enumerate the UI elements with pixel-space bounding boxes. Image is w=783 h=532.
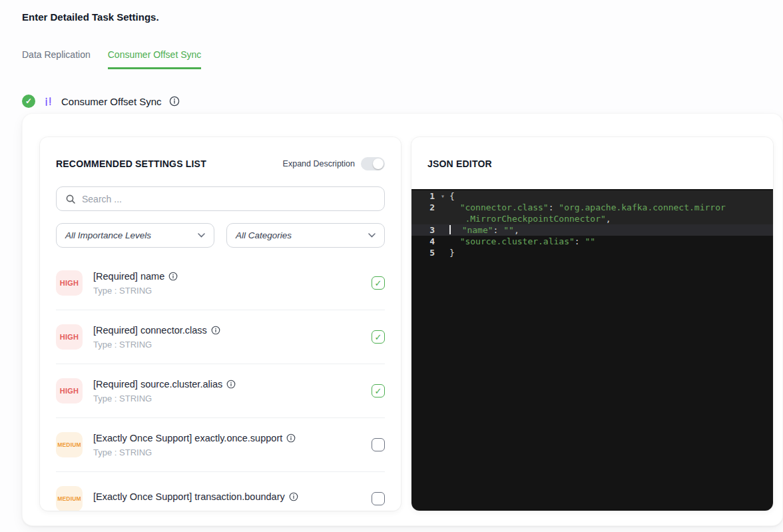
code-line: 2 "connector.class": "org.apache.kafka.c…: [411, 202, 773, 213]
setting-row: HIGH [Required] name Type : STRING: [56, 256, 385, 310]
chevron-down-icon: [198, 233, 205, 238]
line-number: 2: [411, 202, 441, 213]
importance-filter-value: All Importance Levels: [65, 230, 151, 240]
fold-spacer: [441, 213, 449, 224]
importance-badge: HIGH: [56, 270, 83, 296]
setting-checkbox[interactable]: [372, 492, 385, 505]
category-filter-select[interactable]: All Categories: [226, 223, 385, 248]
setting-type: Type : STRING: [93, 394, 236, 403]
section-header: Consumer Offset Sync: [22, 95, 180, 108]
page-title: Enter Detailed Task Settings.: [22, 11, 159, 23]
code-line-active: 3 "name": "",: [411, 224, 773, 236]
category-filter-value: All Categories: [236, 230, 292, 240]
setting-info-icon[interactable]: [211, 326, 220, 335]
offset-sync-icon: [43, 96, 54, 107]
code-line: 4 "source.cluster.alias": "": [411, 236, 773, 247]
importance-filter-select[interactable]: All Importance Levels: [56, 223, 214, 248]
line-number: 5: [411, 247, 441, 258]
setting-info-icon[interactable]: [289, 492, 298, 501]
setting-row: HIGH [Required] connector.class Type : S…: [56, 310, 385, 364]
line-number: 1: [411, 190, 441, 202]
setting-label: [Required] source.cluster.alias: [93, 379, 222, 390]
expand-description-label: Expand Description: [283, 159, 355, 168]
text-cursor: [449, 225, 451, 234]
setting-label: [Exactly Once Support] transaction.bound…: [93, 491, 285, 502]
expand-description-toggle[interactable]: [361, 157, 385, 170]
setting-type: Type : STRING: [93, 286, 178, 296]
settings-list: HIGH [Required] name Type : STRING HIGH: [56, 256, 385, 511]
fold-spacer: [441, 236, 449, 247]
status-check-icon: [22, 95, 35, 108]
chevron-down-icon: [368, 233, 376, 238]
code-line: 1 {: [411, 190, 773, 202]
json-code-editor[interactable]: 1 { 2 "connector.class": "org.apache.kaf…: [411, 189, 773, 511]
setting-label: [Required] name: [93, 271, 164, 282]
tab-data-replication[interactable]: Data Replication: [22, 49, 91, 69]
setting-info-icon[interactable]: [286, 433, 296, 443]
toggle-knob: [373, 158, 384, 169]
setting-row: MEDIUM [Exactly Once Support] exactly.on…: [56, 418, 385, 472]
code-line: 5 }: [411, 247, 773, 258]
line-number: 4: [411, 236, 441, 247]
importance-badge: HIGH: [56, 378, 83, 403]
fold-spacer: [441, 224, 449, 236]
setting-type: Type : STRING: [93, 340, 220, 350]
setting-row: HIGH [Required] source.cluster.alias Typ…: [56, 364, 385, 418]
json-editor-panel: JSON EDITOR 1 { 2 "connector.class": "or…: [411, 137, 773, 511]
fold-icon[interactable]: [441, 190, 449, 202]
settings-panel-title: RECOMMENDED SETTINGS LIST: [56, 158, 206, 169]
setting-checkbox[interactable]: [372, 276, 385, 290]
setting-info-icon[interactable]: [168, 272, 178, 281]
section-info-icon[interactable]: [169, 96, 180, 107]
settings-search: [56, 186, 385, 211]
fold-spacer: [441, 247, 449, 258]
importance-badge: MEDIUM: [56, 486, 83, 511]
line-number: 3: [411, 224, 441, 236]
tab-bar: Data Replication Consumer Offset Sync: [22, 49, 201, 69]
setting-checkbox[interactable]: [372, 438, 385, 451]
importance-badge: HIGH: [56, 324, 83, 350]
json-editor-title: JSON EDITOR: [411, 137, 773, 169]
setting-type: Type : STRING: [93, 447, 296, 457]
importance-badge: MEDIUM: [56, 432, 83, 457]
setting-label: [Required] connector.class: [93, 325, 207, 336]
section-title: Consumer Offset Sync: [61, 96, 162, 107]
setting-info-icon[interactable]: [226, 380, 236, 389]
fold-spacer: [441, 202, 449, 213]
search-input[interactable]: [82, 194, 376, 204]
code-line-wrap: .MirrorCheckpointConnector",: [411, 213, 773, 224]
setting-checkbox[interactable]: [372, 330, 385, 344]
setting-row: MEDIUM [Exactly Once Support] transactio…: [56, 472, 385, 511]
recommended-settings-panel: RECOMMENDED SETTINGS LIST Expand Descrip…: [40, 137, 401, 511]
search-icon: [65, 194, 76, 204]
line-number: [411, 213, 441, 224]
setting-label: [Exactly Once Support] exactly.once.supp…: [93, 433, 282, 443]
tab-consumer-offset-sync[interactable]: Consumer Offset Sync: [108, 49, 202, 69]
task-settings-card: RECOMMENDED SETTINGS LIST Expand Descrip…: [22, 113, 783, 526]
setting-checkbox[interactable]: [372, 384, 385, 398]
